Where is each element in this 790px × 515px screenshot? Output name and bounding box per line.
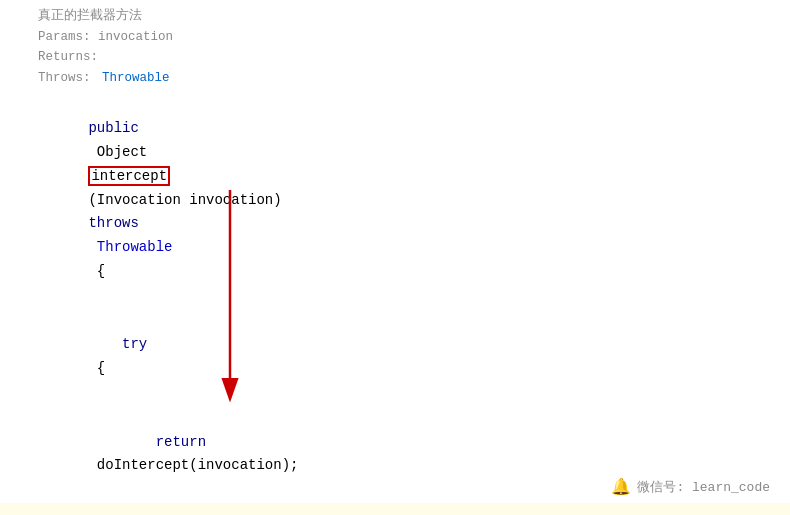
keyword-try: try [88,336,147,352]
code-line-2: try { [0,309,790,406]
throwable-1: Throwable [88,239,172,255]
method-intercept-boxed: intercept [88,166,170,186]
keyword-throws-1: throws [88,215,138,231]
watermark: 🔔 微信号: learn_code [611,477,770,497]
keyword-return: return [88,434,206,450]
comment-title-1: 真正的拦截器方法 [38,6,790,27]
comment-throws-1: Throws: Throwable [38,68,790,89]
code-area: 真正的拦截器方法 Params: invocation Returns: Thr… [0,0,790,515]
comment-params-1: Params: invocation [38,27,790,48]
code-line-4: } finally { [0,503,790,515]
comment-returns-1: Returns: [38,47,790,68]
code-line-1: public Object intercept (Invocation invo… [0,93,790,309]
keyword-public-1: public [88,120,138,136]
top-code-block: public Object intercept (Invocation invo… [0,93,790,516]
throwable-link-1: Throwable [102,71,170,85]
top-comment-block: 真正的拦截器方法 Params: invocation Returns: Thr… [0,0,790,93]
watermark-text: 微信号: learn_code [637,478,770,496]
watermark-icon: 🔔 [611,477,631,497]
